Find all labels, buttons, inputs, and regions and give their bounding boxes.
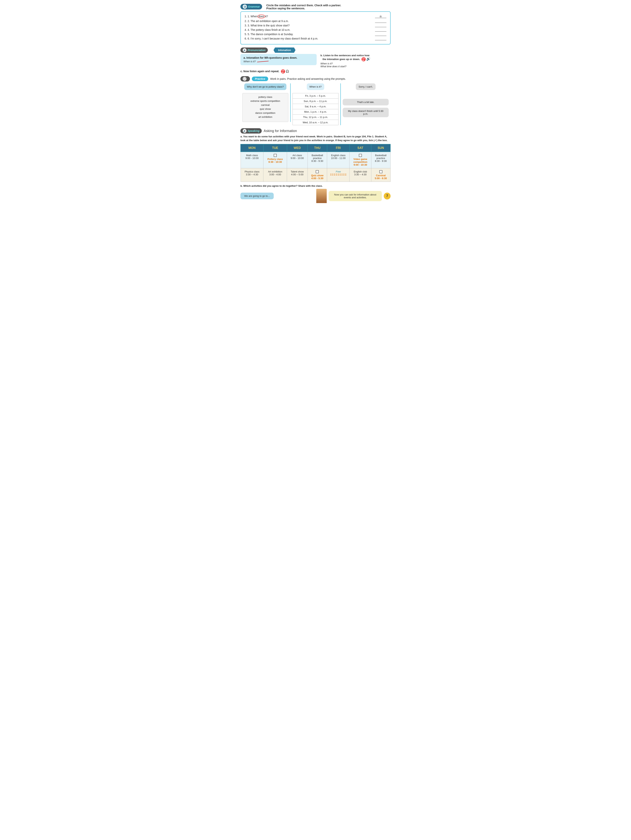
practice-header: 💬 Practice Work in pairs. Practice askin… [240, 76, 391, 82]
bubble-5: My class doesn't finish until 5:30 p.m. [343, 108, 389, 117]
speaking-badge: 🔊 Speaking [240, 128, 262, 134]
practice-area: Why don't we go to pottery class? potter… [240, 84, 391, 125]
speaking-instructions: a. You want to do some fun activities wi… [240, 135, 391, 142]
activity-6: art exhibition [246, 115, 284, 118]
part-b-line1: When is it? [321, 62, 391, 65]
time-5: Thu, 12 p.m. – 11 p.m. [293, 115, 338, 120]
day-tue: TUE [263, 144, 287, 152]
time-3: Sat, 9 a.m. – 4 p.m. [293, 104, 338, 109]
grammar-item-4: 4. The pottery class finish at 10 a.m. [245, 28, 386, 32]
activity-3: carnival [246, 104, 284, 106]
bubble-2: When is it? [307, 84, 324, 90]
sat-row1: Video gamecompetition9:00 - 10:30 [350, 152, 371, 168]
tue-row1: Pottery class9:30 - 10:30 [263, 152, 287, 168]
day-thu: THU [307, 144, 327, 152]
practice-col-1: Why don't we go to pottery class? potter… [240, 84, 291, 122]
practice-badge: Practice [252, 77, 268, 81]
thu-row1: Basketballpractice8:30 - 9:30 [307, 152, 327, 168]
thu-checkbox[interactable] [316, 170, 319, 173]
answer-3 [375, 24, 386, 27]
bubble-3: Sorry, I can't. [356, 84, 375, 90]
time-6: Wed, 10 a.m. – 12 p.m. [293, 120, 338, 125]
bottom-row: We are going to go to... Now you can ask… [240, 189, 391, 203]
dashed-1 [331, 174, 346, 174]
sun-row2: Carnival5:00 - 6:30 [371, 168, 391, 182]
thu-row2: Quiz show4:00 - 5:30 [307, 168, 327, 182]
now-you-bubble: Now you can ask for information about ev… [329, 191, 382, 201]
speaking-icon: 🔊 [243, 129, 247, 133]
day-sat: SAT [350, 144, 371, 152]
pronunciation-part-a: a. Intonation for Wh-questions goes down… [240, 54, 317, 65]
sat-checkbox[interactable] [359, 154, 362, 157]
chat-icon: 💬 [243, 77, 247, 81]
part-a-title: a. Intonation for Wh-questions goes down… [244, 56, 313, 59]
tue-checkbox[interactable] [274, 154, 277, 157]
answer-1: is [375, 15, 386, 18]
we-are-bubble: We are going to go to... [240, 193, 274, 199]
pronunciation-part-b: b. Listen to the sentences and notice ho… [321, 54, 391, 68]
pronunciation-badge: 🔊 Pronunciation [240, 47, 268, 53]
speaking-title: Asking for Information [264, 129, 297, 133]
bubble-4: That's a bit late. [343, 99, 389, 106]
pronunciation-content: a. Intonation for Wh-questions goes down… [240, 54, 391, 68]
grammar-badge-label: Grammar [248, 5, 260, 8]
answer-6 [375, 37, 386, 40]
practice-col-3: Sorry, I can't. That's a bit late. My cl… [341, 84, 391, 120]
day-fri: FRI [327, 144, 350, 152]
practice-section: 💬 Practice Work in pairs. Practice askin… [240, 76, 391, 125]
gear-icon: ⚙️ [243, 5, 247, 9]
activities-list: pottery class extreme sports competition… [242, 93, 288, 122]
student-image [316, 189, 327, 203]
tue-row2: Art exhibition3:00 - 4:00 [263, 168, 287, 182]
time-1: Fri, 3 p.m. – 5 p.m. [293, 93, 338, 99]
day-mon: MON [240, 144, 263, 152]
speaker-icon: 🔊 [243, 48, 247, 52]
grammar-item-1: 1. When does it? is [245, 14, 386, 19]
bubble-1: Why don't we go to pottery class? [244, 84, 286, 90]
answer-2 [375, 20, 386, 23]
dashed-2 [331, 175, 346, 175]
grammar-section: ⚙️ Grammar Circle the mistakes and corre… [240, 4, 391, 44]
times-table: Fri, 3 p.m. – 5 p.m. Sun, 8 p.m. – 11 p.… [293, 93, 338, 125]
cd-badge-2: CD09 [281, 69, 285, 74]
pronunciation-header: 🔊 Pronunciation Intonation [240, 47, 391, 53]
grammar-box: 1. When does it? is 2. The art exhibitio… [240, 11, 391, 44]
grammar-item-3: 3. What time is the quiz show start? [245, 24, 386, 27]
answer-4 [375, 28, 386, 32]
grammar-header: ⚙️ Grammar Circle the mistakes and corre… [240, 4, 391, 10]
schedule-header-row: MON TUE WED THU FRI SAT SUN [240, 144, 391, 152]
intonation-tab: Intonation [274, 47, 296, 53]
practice-col-2: When is it? Fri, 3 p.m. – 5 p.m. Sun, 8 … [291, 84, 341, 125]
day-sun: SUN [371, 144, 391, 152]
activity-4: quiz show [246, 107, 284, 111]
grammar-item-2: 2. The art exhibition open at 9 a.m. [245, 20, 386, 23]
sun-checkbox[interactable] [380, 170, 383, 173]
time-4: Mon, 1 p.m. – 4 p.m. [293, 109, 338, 115]
part-a-example: When is it? [244, 60, 313, 63]
pronunciation-badge-label: Pronunciation [248, 49, 266, 52]
listen-again: c. Now listen again and repeat. CD09 🎧 [240, 69, 391, 74]
sun-row1: Basketballpractice8:30 - 9:30 [371, 152, 391, 168]
schedule-table: MON TUE WED THU FRI SAT SUN Math class9:… [240, 144, 391, 182]
cd-badge-1: CD09 [362, 57, 366, 62]
bottom-section: b. Which activities did you agree to do … [240, 185, 391, 203]
practice-instruction: Work in pairs. Practice asking and answe… [270, 77, 346, 81]
mon-row2: Physics class3:30 – 4:30 [240, 168, 263, 182]
grammar-item-5: 5. The dance competition is at Sunday. [245, 33, 386, 36]
schedule-row-1: Math class9:00 - 10:00 Pottery class9:30… [240, 152, 391, 168]
part-b-line2: What time does it start? [321, 65, 391, 68]
mon-row1: Math class9:00 - 10:00 [240, 152, 263, 168]
speaking-section: 🔊 Speaking Asking for Information a. You… [240, 128, 391, 203]
activity-1: pottery class [246, 96, 284, 98]
grammar-item-6: 6. I'm sorry, I can't because my class d… [245, 37, 386, 40]
grammar-instruction: Circle the mistakes and correct them. Ch… [266, 4, 341, 10]
wed-row1: Art class9:00 - 10:00 [287, 152, 308, 168]
grammar-badge: ⚙️ Grammar [240, 4, 262, 9]
wed-row2: Talent show4:00 – 5:00 [287, 168, 308, 182]
speaking-badge-label: Speaking [248, 129, 259, 133]
speaking-header: 🔊 Speaking Asking for Information [240, 128, 391, 134]
fri-row1: English class10:00 - 11:00 [327, 152, 350, 168]
sat-row2: English club3:30 – 4:30 [350, 168, 371, 182]
grammar-list: 1. When does it? is 2. The art exhibitio… [245, 14, 386, 40]
fri-row2: Free [327, 168, 350, 182]
